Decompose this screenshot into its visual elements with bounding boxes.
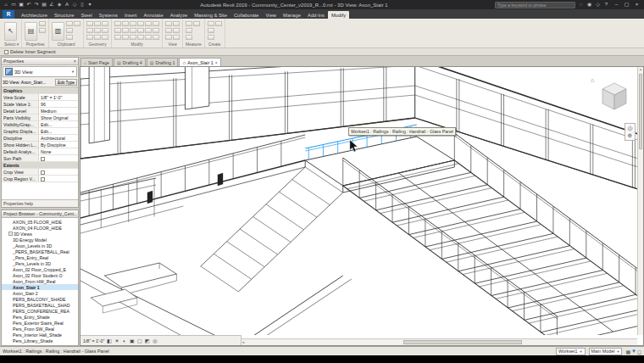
text-icon[interactable]: A (64, 1, 70, 8)
edit-type-button[interactable]: Edit Type (55, 79, 77, 86)
properties-help-link[interactable]: Properties help (2, 199, 78, 207)
paste-button[interactable]: ▥ (52, 22, 64, 41)
tool-icon[interactable] (130, 21, 136, 26)
drawing-area[interactable]: Workset1 : Railings : Railing : Handrail… (80, 66, 644, 346)
tree-item-pers-from-sw-real[interactable]: Pers_From SW_Real (2, 326, 78, 332)
tool-icon[interactable] (39, 21, 46, 26)
tool-icon[interactable] (66, 21, 73, 26)
property-value[interactable]: Show Original (39, 114, 78, 120)
ribbon-tab-insert[interactable]: Insert (121, 11, 141, 19)
property-value[interactable]: 1/8" = 1'-0" (39, 94, 78, 100)
tool-icon[interactable] (208, 21, 214, 26)
tool-icon[interactable] (122, 21, 129, 26)
properties-button[interactable]: ▤ (25, 22, 37, 41)
property-value[interactable]: By Discipline (39, 142, 78, 148)
viewcube-cube[interactable] (592, 77, 630, 114)
tool-icon[interactable] (102, 21, 108, 26)
instance-name[interactable]: 3D View: Axon_Stair... (3, 80, 54, 85)
file-menu-button[interactable]: R (3, 10, 14, 19)
scroll-left-icon[interactable]: ◄ (242, 340, 245, 345)
save-icon[interactable]: ▣ (18, 1, 25, 8)
scroll-up-icon[interactable]: ▲ (639, 67, 642, 72)
vertical-scroll-thumb[interactable] (639, 74, 642, 148)
view-tab-drafting-1[interactable]: ▤Drafting 1 (147, 58, 179, 66)
tree-item-axon-stair-1[interactable]: Axon_Stair 1 (2, 284, 78, 290)
section-icon[interactable]: ▯ (79, 1, 86, 8)
tool-icon[interactable] (114, 21, 121, 26)
tree-item-axon-04-floor-hide[interactable]: AXON_04 FLOOR_HIDE (2, 225, 78, 231)
delete-inner-segment-checkbox[interactable] (4, 50, 8, 54)
tool-icon[interactable] (153, 35, 159, 40)
tool-icon[interactable] (86, 28, 93, 33)
tool-icon[interactable] (86, 35, 93, 40)
tool-icon[interactable] (173, 35, 180, 40)
tree-item-axon-02-floor-student-o[interactable]: Axon_02 Floor Student O (2, 272, 78, 278)
redo-icon[interactable]: ↷ (33, 1, 40, 8)
viewcube-home-icon[interactable]: ⌂ (591, 77, 594, 83)
zoom-icon[interactable]: ⊕ (628, 132, 633, 139)
tool-icon[interactable] (186, 35, 192, 40)
temporary-hide-icon[interactable]: ◩ (144, 338, 150, 343)
tree-expander-icon[interactable]: - (8, 232, 13, 236)
reveal-hidden-icon[interactable]: ◎ (152, 338, 158, 343)
sign-in-icon[interactable]: ◉ (586, 1, 593, 8)
tool-icon[interactable] (145, 21, 152, 26)
view-tab-start-page[interactable]: ⌂Start Page (80, 58, 113, 66)
tree-item-pers-balcony-shade[interactable]: PERS_BALCONY_SHADE (2, 296, 78, 302)
tree-item-axon-levels-in-3d[interactable]: _Axon_Levels in 3D (2, 243, 78, 249)
tool-icon[interactable] (153, 28, 159, 33)
modify-tool-button[interactable]: ↖ (4, 22, 17, 41)
ribbon-tab-annotate[interactable]: Annotate (140, 11, 166, 19)
tool-icon[interactable] (137, 28, 144, 33)
tool-icon[interactable] (66, 35, 73, 40)
tree-item-pers-levels-in-3d[interactable]: _Pers_Levels in 3D (2, 260, 78, 266)
tool-icon[interactable] (122, 35, 129, 40)
visual-style-icon[interactable]: ◧ (106, 338, 112, 343)
view-tab-axon-stair-1[interactable]: ◇Axon_Stair 1× (179, 58, 220, 66)
tree-item-axon-05-floor-hide[interactable]: AXON_05 FLOOR_HIDE (2, 219, 78, 225)
ribbon-tab-systems[interactable]: Systems (96, 11, 121, 19)
tool-icon[interactable] (173, 28, 180, 33)
exchange-apps-icon[interactable]: ◇ (594, 1, 602, 8)
tool-icon[interactable] (186, 28, 192, 33)
tool-icon[interactable] (145, 28, 152, 33)
tree-item-3d-views[interactable]: -3D Views (2, 231, 78, 237)
property-value[interactable]: Architectural (39, 135, 78, 141)
ribbon-tab-modify[interactable]: Modify (328, 11, 349, 19)
tree-item-axon-from-hw-real[interactable]: Axon_From HW_Real (2, 278, 78, 284)
sun-path-icon[interactable]: ☀ (114, 338, 119, 343)
tool-icon[interactable] (94, 28, 101, 33)
tool-icon[interactable] (208, 35, 214, 40)
tag-icon[interactable]: ◈ (56, 1, 63, 8)
measure-icon[interactable]: ∠ (48, 1, 55, 8)
ribbon-tab-collaborate[interactable]: Collaborate (230, 11, 263, 19)
viewcube[interactable]: ⌂ (592, 77, 630, 114)
close-view-icon[interactable]: × (215, 60, 218, 65)
open-icon[interactable]: ▭ (10, 1, 17, 8)
tool-icon[interactable] (137, 21, 144, 26)
tool-icon[interactable] (208, 28, 214, 33)
tool-icon[interactable] (186, 21, 192, 26)
ribbon-tab-view[interactable]: View (263, 11, 280, 19)
app-home-icon[interactable]: ⌂ (3, 1, 9, 8)
property-checkbox[interactable] (41, 157, 45, 161)
property-value[interactable]: Edit... (39, 128, 78, 134)
tree-item-pers-basketball-real[interactable]: _PERS_BASKETBALL_Real (2, 249, 78, 254)
ribbon-tab-manage[interactable]: Manage (280, 11, 304, 19)
restore-button[interactable]: ▢ (622, 1, 631, 8)
tool-icon[interactable] (215, 21, 222, 26)
steering-wheel-icon[interactable]: ◎ (627, 125, 632, 131)
tool-icon[interactable] (165, 35, 172, 40)
type-selector[interactable]: 3D View ▼ (3, 66, 77, 77)
3d-view-icon[interactable]: ◇ (71, 1, 78, 8)
print-icon[interactable]: ▤ (41, 1, 47, 8)
search-icon[interactable]: ◌ (577, 1, 585, 8)
property-value[interactable] (39, 169, 78, 175)
ribbon-tab-analyze[interactable]: Analyze (167, 11, 192, 19)
tool-icon[interactable] (94, 21, 101, 26)
design-option-dropdown[interactable]: Main Model ▼ (589, 348, 623, 355)
minimize-button[interactable]: – (612, 1, 621, 8)
filter-icon[interactable]: ▼ (631, 349, 636, 354)
tool-icon[interactable] (114, 28, 121, 33)
tree-item-pers-entry-shade[interactable]: Pers_Entry_Shade (2, 314, 78, 320)
